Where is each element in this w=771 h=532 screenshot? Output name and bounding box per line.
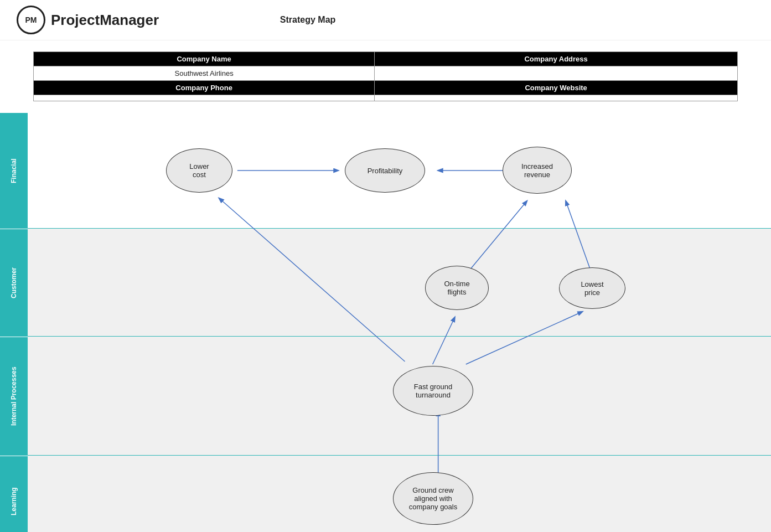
col2-value1: [375, 66, 738, 81]
label-financial: Finacial: [0, 112, 28, 229]
node-on-time-flights: On-time flights: [425, 266, 489, 310]
node-ground-crew: Ground crew aligned with company goals: [393, 472, 473, 525]
node-lower-cost: Lower cost: [166, 148, 232, 193]
brand-name: ProjectManager: [51, 12, 159, 29]
label-customer: Customer: [0, 229, 28, 337]
company-info-table: Company Name Company Address Southwest A…: [33, 51, 738, 101]
col2-header1: Company Address: [375, 52, 738, 66]
node-lowest-price: Lowest price: [559, 267, 625, 309]
col1-value2: [34, 95, 375, 101]
labels-column: Finacial Customer Internal Processes Lea…: [0, 112, 28, 532]
label-learning: Learning: [0, 456, 28, 532]
col2-value2: [375, 95, 738, 101]
col1-header2: Company Phone: [34, 81, 375, 95]
col1-header1: Company Name: [34, 52, 375, 66]
page-title: Strategy Map: [159, 15, 457, 25]
band-customer: [28, 229, 771, 337]
node-profitability: Profitability: [345, 148, 425, 193]
header: PM ProjectManager Strategy Map: [0, 0, 771, 40]
strategy-map: Finacial Customer Internal Processes Lea…: [0, 112, 771, 532]
col1-value1: Southwest Airlines: [34, 66, 375, 81]
logo-icon: PM: [17, 6, 45, 34]
diagram-area: Lower cost Profitability Increased reven…: [28, 112, 771, 532]
node-increased-revenue: Increased revenue: [503, 147, 572, 194]
node-fast-ground: Fast ground turnaround: [393, 366, 473, 416]
col2-header2: Company Website: [375, 81, 738, 95]
label-internal: Internal Processes: [0, 337, 28, 456]
